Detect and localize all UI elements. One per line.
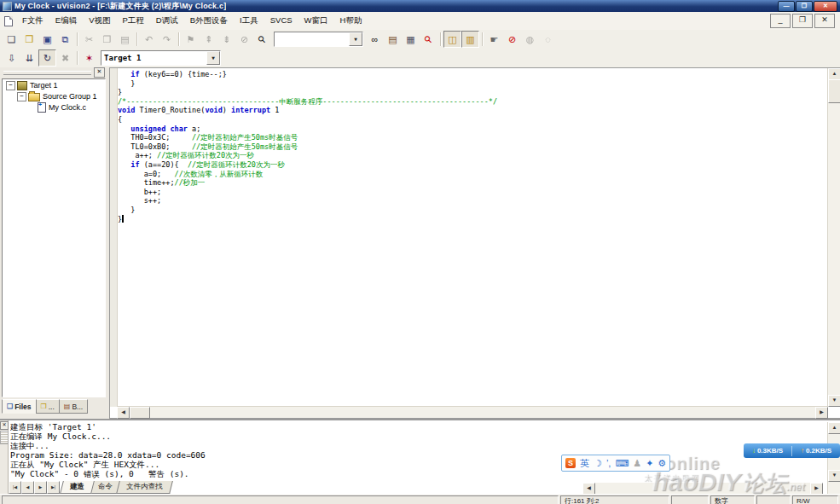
account-person-icon[interactable]: ♟: [633, 457, 641, 469]
hscroll-track[interactable]: [595, 483, 810, 494]
menu-items: F文件E编辑V视图P工程D调试B外围设备I工具SVCSW窗口H帮助: [16, 14, 368, 28]
project-window-toggle[interactable]: ◫: [443, 31, 461, 48]
chevron-down-icon[interactable]: ▼: [206, 51, 220, 65]
output-tab-build[interactable]: 建造: [60, 481, 95, 494]
project-window-grip[interactable]: ✕: [1, 68, 107, 77]
menu-item-4[interactable]: D调试: [150, 14, 184, 28]
code-line: void Timer0_Routine(void) interrupt 1: [118, 106, 826, 115]
settings-wrench-icon[interactable]: ⚙: [658, 457, 666, 469]
open-file-button[interactable]: ❒: [20, 31, 38, 48]
hscroll-track[interactable]: [150, 407, 815, 418]
menu-item-3[interactable]: P工程: [117, 14, 150, 28]
panel-tab-books[interactable]: ▤B...: [59, 399, 88, 414]
output-scroll-next-button[interactable]: ▶: [34, 481, 47, 494]
mdi-close-button[interactable]: ✕: [814, 14, 835, 28]
output-window-toggle[interactable]: ▥: [461, 31, 479, 48]
output-window-grip[interactable]: ✕: [0, 420, 9, 495]
redo-button: ↷: [158, 31, 176, 48]
status-numlock: 数字: [710, 495, 755, 504]
output-scroll-prev-button[interactable]: ◀: [21, 481, 34, 494]
build-target-button[interactable]: ⇊: [20, 49, 38, 67]
tree-item-file[interactable]: My Clock.c: [3, 101, 105, 113]
code-editor[interactable]: if (key6==0) {time--;} }}/*-------------…: [109, 67, 840, 419]
status-bar: 行:161 列:2数字R/W: [0, 494, 840, 504]
menu-item-1[interactable]: E编辑: [49, 14, 83, 28]
editor-vertical-scrollbar[interactable]: ▲ ▼: [827, 68, 840, 407]
scroll-right-icon[interactable]: ▶: [815, 407, 828, 419]
tree-expander-icon[interactable]: −: [6, 81, 15, 90]
options-for-target-button[interactable]: ✶: [80, 49, 98, 67]
window-controls: —❐✕: [778, 1, 837, 12]
scroll-right-icon[interactable]: ▶: [810, 483, 823, 495]
menu-item-6[interactable]: I工具: [234, 14, 264, 28]
editor-vscroll-thumb[interactable]: [828, 79, 840, 103]
find-button[interactable]: ⚲: [253, 31, 271, 48]
download-speed: ↓ 0.3KB/S: [744, 447, 791, 455]
menu-item-7[interactable]: SVCS: [264, 14, 298, 28]
soft-keyboard-icon[interactable]: ⌨: [615, 457, 629, 469]
project-window-close-button[interactable]: ✕: [94, 67, 105, 78]
menu-item-9[interactable]: H帮助: [334, 14, 368, 28]
editor-horizontal-scrollbar[interactable]: ◀ ▶: [117, 406, 828, 418]
target-combo[interactable]: Target 1▼: [101, 50, 221, 66]
kill-breakpoints-button[interactable]: ⊘: [503, 31, 521, 48]
network-speed-widget[interactable]: ↓ 0.3KB/S ↑ 0.2KB/S: [744, 443, 840, 458]
menu-item-0[interactable]: F文件: [16, 14, 49, 28]
grip-handle[interactable]: [3, 71, 91, 75]
code-area[interactable]: if (key6==0) {time--;} }}/*-------------…: [118, 70, 826, 406]
debug-hand-button[interactable]: ☛: [485, 31, 503, 48]
tree-item-target[interactable]: −Target 1: [3, 79, 105, 90]
tree-item-source-group[interactable]: −Source Group 1: [3, 90, 105, 101]
status-help: [2, 495, 559, 504]
output-window-close-button[interactable]: ✕: [0, 421, 9, 430]
menu-item-8[interactable]: W窗口: [298, 14, 334, 28]
mdi-minimize-button[interactable]: _: [770, 14, 791, 28]
scroll-down-icon[interactable]: ▼: [828, 395, 840, 407]
maximize-button[interactable]: ❐: [796, 1, 813, 12]
close-button[interactable]: ✕: [814, 1, 837, 12]
output-horizontal-scrollbar[interactable]: ◀ ▶: [582, 483, 823, 494]
minimize-button[interactable]: —: [778, 1, 795, 12]
language-mode-indicator[interactable]: 英: [580, 457, 589, 469]
print-button[interactable]: ▦: [402, 31, 420, 48]
zoom-find-button[interactable]: ⚲: [420, 31, 437, 48]
scroll-left-icon[interactable]: ◀: [582, 483, 595, 495]
output-vertical-scrollbar[interactable]: ▲ ▼: [827, 422, 840, 494]
toolbar-separator: [77, 51, 78, 65]
scroll-left-icon[interactable]: ◀: [117, 407, 130, 419]
rebuild-all-button[interactable]: ↻: [38, 49, 56, 67]
menu-item-5[interactable]: B外围设备: [184, 14, 234, 28]
editor-hscroll-thumb[interactable]: [130, 407, 150, 419]
sogou-logo-icon[interactable]: S: [565, 458, 576, 468]
output-scroll-last-button[interactable]: ▶|: [47, 481, 60, 494]
panel-tab-books-icon: ▤: [64, 403, 71, 410]
scroll-up-icon[interactable]: ▲: [828, 422, 840, 434]
punctuation-icon[interactable]: ’,: [606, 457, 611, 469]
new-file-button[interactable]: ❏: [3, 31, 20, 48]
output-tabs: 建造命令文件内查找: [61, 481, 168, 494]
menu-item-2[interactable]: V视图: [83, 14, 116, 28]
scroll-up-icon[interactable]: ▲: [828, 68, 840, 80]
output-tab-find-in-files[interactable]: 文件内查找: [116, 481, 172, 494]
output-line: 建造目标 'Target 1': [10, 422, 826, 432]
find-in-files-button[interactable]: ∞: [366, 31, 384, 48]
chevron-down-icon[interactable]: ▼: [349, 32, 362, 46]
save-all-button[interactable]: ⧉: [56, 31, 74, 48]
output-grip-handle[interactable]: [0, 431, 9, 444]
output-scroll-first-button[interactable]: |◀: [9, 481, 21, 494]
skin-icon[interactable]: ✦: [646, 457, 653, 469]
panel-tab-files[interactable]: ❏Files: [2, 399, 37, 414]
half-full-width-moon-icon[interactable]: ☽: [594, 457, 602, 469]
find-combo[interactable]: ▼: [274, 32, 363, 47]
set-bookmark-button: ⚑: [182, 31, 200, 48]
panel-tab-regs[interactable]: ❒...: [36, 399, 60, 414]
tree-item-label: Target 1: [30, 81, 58, 90]
tree-expander-icon[interactable]: −: [17, 92, 26, 101]
find-next-button[interactable]: ▤: [384, 31, 402, 48]
scroll-down-icon[interactable]: ▼: [828, 470, 840, 482]
translate-file-button[interactable]: ⇩: [3, 49, 20, 67]
enable-breakpoint-button: ◍: [521, 31, 539, 48]
mdi-restore-button[interactable]: ❐: [792, 14, 813, 28]
save-button[interactable]: ▣: [38, 31, 56, 48]
tab-label: 建造: [70, 482, 84, 492]
